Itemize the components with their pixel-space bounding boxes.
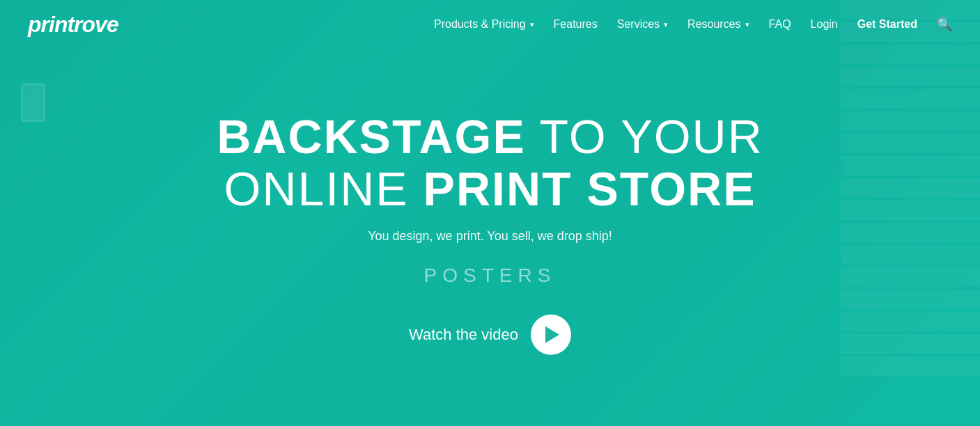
- headline-regular-part: TO YOUR: [526, 110, 763, 163]
- nav-link-login-label: Login: [811, 18, 838, 31]
- hero-subtext: You design, we print. You sell, we drop …: [212, 228, 769, 243]
- nav-link-resources-label: Resources: [687, 18, 740, 31]
- nav-item-faq[interactable]: FAQ: [769, 18, 791, 31]
- nav-link-faq-label: FAQ: [769, 18, 791, 31]
- nav-link-products[interactable]: Products & Pricing ▾: [434, 18, 534, 31]
- nav-link-get-started-label: Get Started: [857, 18, 917, 31]
- nav-links-list: Products & Pricing ▾ Features Services ▾…: [434, 17, 952, 32]
- watch-video-label: Watch the video: [409, 325, 518, 343]
- nav-item-search[interactable]: 🔍: [937, 17, 952, 32]
- nav-link-login[interactable]: Login: [811, 18, 838, 31]
- nav-item-features[interactable]: Features: [554, 18, 598, 31]
- chevron-down-icon-2: ▾: [664, 20, 668, 29]
- background-blinds: [841, 0, 980, 426]
- background-wall-outlet: [21, 84, 45, 122]
- nav-link-get-started[interactable]: Get Started: [857, 18, 917, 31]
- headline-bold-part: BACKSTAGE: [217, 110, 526, 163]
- search-icon[interactable]: 🔍: [937, 17, 952, 31]
- play-triangle-icon: [545, 326, 559, 342]
- nav-item-resources[interactable]: Resources ▾: [687, 18, 749, 31]
- hero-headline: BACKSTAGE TO YOUR ONLINE PRINT STORE: [212, 111, 769, 215]
- nav-link-services[interactable]: Services ▾: [617, 18, 668, 31]
- nav-item-products[interactable]: Products & Pricing ▾: [434, 18, 534, 31]
- nav-item-login[interactable]: Login: [811, 18, 838, 31]
- headline-line2-regular: ONLINE: [224, 162, 423, 215]
- chevron-down-icon-3: ▾: [745, 20, 749, 29]
- nav-item-get-started[interactable]: Get Started: [857, 18, 917, 31]
- nav-link-services-label: Services: [617, 18, 660, 31]
- hero-section: printrove Products & Pricing ▾ Features …: [0, 0, 980, 426]
- brand-logo[interactable]: printrove: [28, 12, 118, 38]
- nav-item-services[interactable]: Services ▾: [617, 18, 668, 31]
- nav-link-products-label: Products & Pricing: [434, 18, 526, 31]
- navigation: printrove Products & Pricing ▾ Features …: [0, 0, 980, 49]
- rotating-product-word: POSTERS: [212, 264, 769, 286]
- hero-content: BACKSTAGE TO YOUR ONLINE PRINT STORE You…: [212, 111, 769, 355]
- nav-link-resources[interactable]: Resources ▾: [687, 18, 749, 31]
- nav-link-features[interactable]: Features: [554, 18, 598, 31]
- headline-line2-bold: PRINT STORE: [423, 162, 756, 215]
- watch-video-container[interactable]: Watch the video: [212, 314, 769, 354]
- nav-link-features-label: Features: [554, 18, 598, 31]
- nav-link-faq[interactable]: FAQ: [769, 18, 791, 31]
- background-left-wall: [0, 0, 153, 426]
- chevron-down-icon: ▾: [530, 20, 534, 29]
- play-button[interactable]: [531, 314, 571, 354]
